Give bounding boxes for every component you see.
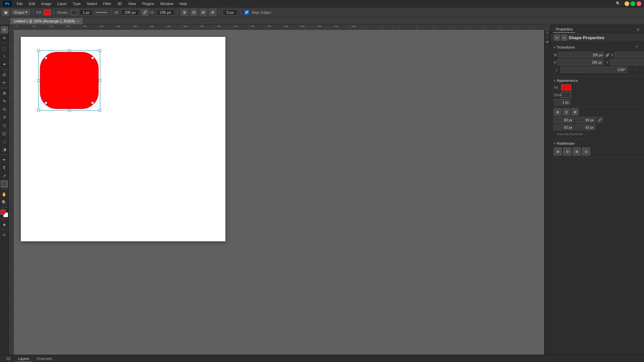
fill-swatch[interactable]	[44, 10, 51, 15]
y-prop-input[interactable]	[610, 59, 644, 65]
props-icon-1[interactable]: ⊞	[554, 35, 560, 41]
handle-bot-center[interactable]	[68, 109, 71, 112]
stamp-tool[interactable]: ⊙	[1, 106, 8, 113]
menu-file[interactable]: File	[14, 1, 25, 6]
eraser-tool[interactable]: ◻	[1, 122, 8, 129]
dodge-tool[interactable]: ◑	[1, 146, 8, 153]
link-wh-icon[interactable]: 🔗	[605, 52, 609, 58]
zoom-level-icon[interactable]: ▣	[546, 40, 549, 43]
corner-link-icon[interactable]: 🔗	[597, 117, 603, 123]
additional-options-btn[interactable]: ⚙	[209, 9, 216, 16]
brush-tool[interactable]: ✎	[1, 98, 8, 105]
path-operations-btn[interactable]: ⊕	[181, 9, 188, 16]
handle-top-right[interactable]	[99, 49, 101, 52]
menu-image[interactable]: Image	[39, 1, 54, 6]
h-prop-input[interactable]	[557, 59, 603, 65]
tab-close-btn[interactable]: ×	[77, 19, 79, 23]
screen-mode-btn[interactable]: ⊟	[1, 231, 8, 239]
zoom-in-icon[interactable]: +	[546, 36, 548, 39]
maximize-btn[interactable]	[631, 1, 635, 6]
pathfinder-exclude-btn[interactable]: ⊙	[582, 147, 590, 156]
tab-channels[interactable]: Channels	[33, 356, 55, 362]
flip-v-icon[interactable]: ↕	[635, 67, 641, 72]
heal-tool[interactable]: ⊕	[1, 89, 8, 97]
pathfinder-header[interactable]: ▾ Pathfinder	[554, 141, 641, 145]
fg-bg-colors[interactable]	[1, 210, 8, 217]
blur-tool[interactable]: ◌	[1, 138, 8, 145]
tab-3d[interactable]: 3D	[3, 356, 14, 362]
canvas-document[interactable]	[14, 30, 550, 355]
shape-rectangle-1[interactable]	[40, 52, 99, 109]
arrange-icon[interactable]: ⊟	[546, 31, 549, 34]
align-left-btn[interactable]: ⊞	[554, 108, 561, 116]
width-input[interactable]	[121, 9, 139, 15]
panel-icon-1[interactable]: ≡	[635, 26, 641, 33]
pathfinder-intersect-btn[interactable]: ⊗	[573, 147, 581, 156]
search-icon[interactable]: 🔍	[616, 1, 621, 6]
menu-type[interactable]: Type	[70, 1, 84, 6]
corner-tl-input[interactable]	[554, 117, 574, 123]
handle-top-center[interactable]	[68, 49, 71, 52]
w-prop-input[interactable]	[558, 52, 604, 58]
menu-edit[interactable]: Edit	[26, 1, 38, 6]
eyedropper-tool[interactable]: ✏	[1, 79, 8, 86]
pen-tool[interactable]: ✒	[1, 156, 8, 164]
align-center-btn[interactable]: ⊟	[562, 108, 570, 116]
flip-h-icon[interactable]: ↔	[629, 67, 634, 72]
stroke-swatch[interactable]	[71, 10, 77, 15]
hand-tool[interactable]: ✋	[1, 191, 8, 198]
path-alignment-btn[interactable]: ⊟	[190, 9, 198, 16]
stroke-style-dropdown[interactable]	[95, 10, 108, 15]
artboard-tool[interactable]: ⊞	[1, 34, 8, 42]
close-btn[interactable]	[637, 1, 641, 6]
x-prop-input[interactable]	[614, 52, 644, 58]
path-select-tool[interactable]: ↗	[1, 172, 8, 180]
type-tool[interactable]: T	[1, 164, 8, 172]
path-arrangement-btn[interactable]: ⊞	[200, 9, 207, 16]
menu-view[interactable]: View	[125, 1, 139, 6]
corner-radius-input[interactable]	[223, 9, 237, 15]
transform-reset-icon[interactable]: ↺	[635, 45, 641, 50]
angle-input[interactable]	[560, 67, 627, 73]
stroke-color-swatch[interactable]	[561, 92, 571, 98]
transform-header[interactable]: ▾ Transform ↺	[554, 45, 641, 50]
appearance-header[interactable]: ▾ Appearance	[554, 78, 641, 82]
menu-3d[interactable]: 3D	[115, 1, 125, 6]
handle-top-left[interactable]	[37, 49, 40, 52]
zoom-out-icon[interactable]: −	[546, 45, 548, 48]
corner-bl-input[interactable]	[554, 124, 574, 130]
document-canvas[interactable]	[21, 37, 225, 241]
menu-window[interactable]: Window	[158, 1, 176, 6]
link-dimensions-btn[interactable]: 🔗	[141, 9, 149, 16]
fill-color-swatch[interactable]	[561, 84, 571, 90]
menu-layer[interactable]: Layer	[55, 1, 69, 6]
minimize-btn[interactable]	[625, 1, 629, 6]
corner-tr-input[interactable]	[575, 117, 595, 123]
shape-type-dropdown[interactable]: Shape ▾	[11, 9, 30, 15]
stroke-width-prop-input[interactable]	[554, 99, 571, 105]
app-logo[interactable]: Ps	[3, 1, 12, 7]
pathfinder-unite-btn[interactable]: ⊕	[554, 147, 562, 156]
move-tool[interactable]: ✛	[1, 26, 8, 34]
menu-select[interactable]: Select	[84, 1, 100, 6]
zoom-tool[interactable]: 🔍	[1, 199, 8, 206]
height-input[interactable]	[156, 9, 174, 15]
menu-filter[interactable]: Filter	[100, 1, 114, 6]
rect-select-tool[interactable]: ⬚	[1, 45, 8, 52]
align-right-btn[interactable]: ⊠	[571, 108, 579, 116]
handle-bot-left[interactable]	[37, 109, 40, 112]
menu-help[interactable]: Help	[177, 1, 190, 6]
pathfinder-subtract-btn[interactable]: ⊖	[563, 147, 571, 156]
history-brush-tool[interactable]: ↺	[1, 114, 8, 121]
shape-tool[interactable]: ⬛	[1, 180, 8, 188]
document-tab[interactable]: Untitled-1 @ 100% (Rectangle 1, RGB/8) ×	[10, 18, 83, 24]
stroke-width-input[interactable]	[79, 9, 93, 15]
align-edges-checkbox[interactable]	[245, 10, 249, 14]
corner-br-input[interactable]	[575, 124, 595, 130]
properties-tab[interactable]: Properties	[553, 26, 575, 33]
menu-plugins[interactable]: Plugins	[139, 1, 157, 6]
foreground-color[interactable]	[1, 210, 5, 215]
handle-mid-left[interactable]	[37, 79, 40, 82]
handle-mid-right[interactable]	[99, 79, 101, 82]
handle-bot-right[interactable]	[99, 109, 101, 112]
